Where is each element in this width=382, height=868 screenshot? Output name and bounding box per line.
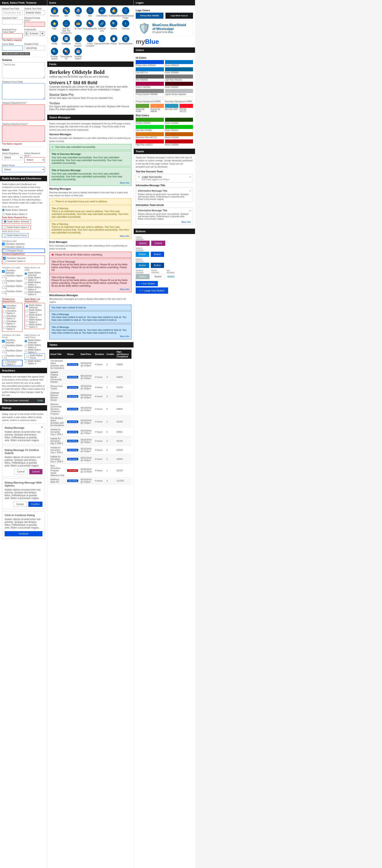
radio-option2-item[interactable]: Radio Button Option 2 <box>2 213 27 216</box>
button1-button[interactable]: Button <box>136 252 149 257</box>
rad-focus-1[interactable]: Radio Button Selected <box>25 339 45 344</box>
rad-req-5[interactable] <box>26 324 28 327</box>
checkbox-list-item-2[interactable]: Checkbox Option 2 <box>2 274 23 279</box>
chk-focus-1[interactable]: Checkbox Selected <box>2 339 23 344</box>
radio-list-input-2[interactable] <box>25 277 27 280</box>
checkbox-req-list-3[interactable]: Checkbox Option 3 <box>3 315 22 319</box>
success-toast-close[interactable]: × <box>189 176 191 178</box>
chk-req-1[interactable] <box>3 305 6 308</box>
checkbox-required-option2-input[interactable] <box>3 260 6 262</box>
checkbox-req-list-1[interactable]: Checkbox Selected <box>3 304 22 309</box>
radio-focus-input[interactable] <box>4 234 6 237</box>
checkbox-required-option2[interactable]: Checkbox Option 2 <box>3 260 44 262</box>
rad-req-4[interactable] <box>26 319 28 322</box>
textarea-error[interactable] <box>2 104 45 121</box>
checkbox-list-item-1[interactable]: Checkbox Selected <box>2 269 23 274</box>
select-required[interactable]: Select <box>24 157 45 162</box>
checkbox-list-input-3[interactable] <box>2 281 5 283</box>
chk-focus-input-2[interactable] <box>2 345 5 348</box>
checkbox-focus-input[interactable] <box>3 249 6 252</box>
chk-focus-5[interactable]: Checkbox Option 5 <box>2 360 23 366</box>
prefix-suffix-input[interactable] <box>28 31 40 36</box>
checkbox-list-input-5[interactable] <box>2 291 5 294</box>
textarea-default[interactable] <box>2 62 45 79</box>
checkbox-focus-item[interactable]: Checkbox Focus <box>2 249 45 253</box>
border-button[interactable]: Button <box>151 274 165 279</box>
chk-focus-4[interactable]: Checkbox Option 4 <box>2 354 23 360</box>
checkbox-selected-item[interactable]: Checkbox Selected <box>2 243 45 245</box>
checkbox-list-item-3[interactable]: Checkbox Option 3 <box>2 280 23 284</box>
radio-required-option2[interactable]: Radio Button Option 2 <box>2 225 31 229</box>
checkbox-option2-input[interactable] <box>2 246 5 248</box>
snackbar-undo[interactable]: Undo <box>37 399 43 402</box>
checkbox-req-list-2[interactable]: Checkbox Option 2 <box>3 310 22 314</box>
radio-list-item-1[interactable]: Radio Button Selected <box>25 271 45 276</box>
rad-focus-3[interactable]: Radio Button Option 3 <box>25 348 45 353</box>
default-text-input2[interactable] <box>24 10 45 15</box>
focus-input[interactable] <box>2 45 23 51</box>
dialog-3-confirm[interactable]: Confirm <box>28 502 42 507</box>
checkbox-option2-item[interactable]: Checkbox Option 2 <box>2 246 45 248</box>
select-focus[interactable]: Select <box>2 167 45 172</box>
radio-list-input-4[interactable] <box>25 287 27 289</box>
chk-focus-3[interactable]: Checkbox Option 3 <box>2 349 23 354</box>
rad-focus-4[interactable]: Radio Button Focus <box>25 353 45 360</box>
chk-req-2[interactable] <box>3 311 6 313</box>
checkbox-required-selected[interactable]: Checkbox Selected <box>3 257 44 259</box>
select-dropdown[interactable]: Select <box>2 155 23 160</box>
radio-required-selected[interactable]: Radio Button Selected <box>2 219 31 224</box>
dialog-4-continue[interactable]: Continue <box>5 531 42 536</box>
radio-req-list-5[interactable]: Radio Button Option 5 <box>26 323 44 328</box>
radio-list-input-5[interactable] <box>25 292 27 294</box>
chk-focus-input-5[interactable] <box>3 362 6 364</box>
radio-required-input1[interactable] <box>4 220 6 223</box>
rad-focus-input-3[interactable] <box>25 349 27 352</box>
dialog-2-cancel[interactable]: Cancel <box>14 469 28 474</box>
checkbox-list-item-4[interactable]: Checkbox Option 4 <box>2 285 23 290</box>
checkbox-list-input-2[interactable] <box>2 275 5 278</box>
text-button[interactable]: Button <box>167 274 175 279</box>
checkbox-list-input-1[interactable] <box>2 270 5 273</box>
radio-option2-input[interactable] <box>2 213 5 216</box>
large-icon-button[interactable]: + + Large Icon Button <box>136 287 168 294</box>
radio-list-item-5[interactable]: Radio Button Option 5 <box>25 291 45 296</box>
rad-focus-input-5[interactable] <box>25 361 27 363</box>
chk-focus-input-1[interactable] <box>2 340 5 342</box>
rad-focus-2[interactable]: Radio Button Option 2 <box>25 344 45 348</box>
checkbox-req-list-4[interactable]: Checkbox Option 4 <box>3 320 22 325</box>
radio-list-item-4[interactable]: Radio Button Option 4 <box>25 286 45 291</box>
warning-more-info[interactable]: More Info <box>52 235 129 237</box>
radio-list-input-3[interactable] <box>25 282 27 285</box>
radio-req-list-2[interactable]: Radio Button Option 2 <box>26 309 44 314</box>
radio-required-input2[interactable] <box>4 226 6 228</box>
checkbox-selected-input[interactable] <box>2 243 5 245</box>
button2-button[interactable]: Button <box>136 263 149 268</box>
required-empty-input[interactable] <box>24 22 45 27</box>
radio-req-list-4[interactable]: Radio Button Option 4 <box>26 318 44 323</box>
radio-focus-item[interactable]: Radio Button Focus <box>2 233 29 238</box>
checkbox-list-input-4[interactable] <box>2 286 5 288</box>
chk-req-3[interactable] <box>3 316 6 318</box>
link-toast-close[interactable]: × <box>189 209 191 212</box>
chk-focus-input-3[interactable] <box>2 350 5 353</box>
rad-req-2[interactable] <box>26 310 28 312</box>
misc-more-info[interactable]: More Info <box>52 335 129 338</box>
chk-req-4[interactable] <box>3 321 6 323</box>
default-text-input[interactable] <box>2 10 23 15</box>
rad-focus-input-1[interactable] <box>25 340 27 342</box>
rad-req-3[interactable] <box>26 315 28 317</box>
rad-focus-input-4[interactable] <box>26 355 29 358</box>
dialog-3-cancel[interactable]: Cancel <box>13 502 27 507</box>
submit-button[interactable]: Submit <box>136 241 150 246</box>
more-info-link[interactable]: More Info <box>52 182 129 184</box>
link-toast-more-info[interactable]: More Info <box>138 221 191 223</box>
checkbox-list-item-5[interactable]: Checkbox Option 5 <box>2 290 23 295</box>
error-more-info[interactable]: More Info <box>52 288 129 290</box>
textarea-focus[interactable] <box>2 83 45 99</box>
radio-selected-input[interactable] <box>2 209 5 211</box>
radio-selected-item[interactable]: Radio Button Selected <box>2 209 27 211</box>
radio-list-item-3[interactable]: Radio Button Option 3 <box>25 281 45 286</box>
required-input[interactable] <box>2 20 23 24</box>
radio-list-input-1[interactable] <box>25 272 27 275</box>
rad-focus-input-2[interactable] <box>25 345 27 347</box>
